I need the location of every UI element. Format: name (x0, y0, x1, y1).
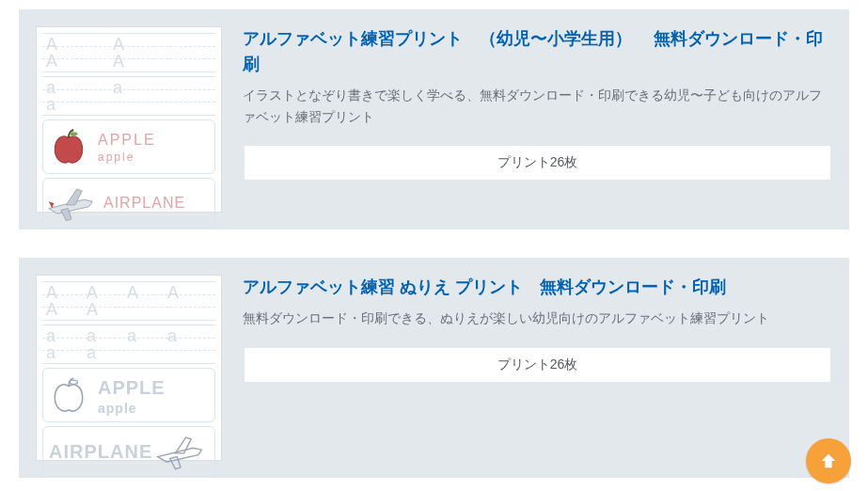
word-upper: AIRPLANE (49, 441, 152, 463)
result-title-link[interactable]: アルファベット練習 ぬりえ プリント 無料ダウンロード・印刷 (243, 275, 832, 300)
worksheet-thumbnail[interactable]: A A A A a a a APPLE apple (36, 26, 222, 213)
results-list: A A A A a a a APPLE apple (0, 0, 868, 478)
result-card: A A A A a a a APPLE apple (19, 9, 849, 230)
word-lower: apple (98, 150, 156, 164)
result-description: イラストとなぞり書きで楽しく学べる、無料ダウンロード・印刷できる幼児〜子ども向け… (243, 85, 832, 127)
result-content: アルファベット練習 ぬりえ プリント 無料ダウンロード・印刷 無料ダウンロード・… (243, 275, 832, 461)
word-lower: apple (98, 401, 166, 416)
trace-line-upper: A A A A A A (42, 281, 215, 321)
airplane-outline-icon (154, 431, 207, 472)
result-description: 無料ダウンロード・印刷できる、ぬりえが楽しい幼児向けのアルファベット練習プリント (243, 308, 832, 328)
word-upper: AIRPLANE (103, 195, 185, 212)
apple-outline-icon (49, 376, 88, 416)
trace-letters: a a a (46, 79, 215, 113)
word-upper: APPLE (98, 377, 166, 399)
svg-point-1 (70, 380, 77, 384)
print-count-badge: プリント26枚 (245, 146, 830, 180)
svg-point-0 (70, 132, 77, 135)
trace-line-lower: a a a (42, 76, 215, 116)
trace-line-lower: a a a a a a (42, 325, 215, 364)
apple-icon (49, 128, 88, 167)
airplane-icon (45, 182, 98, 224)
trace-letters: A A A A A A (46, 284, 215, 318)
illustration-apple-box: APPLE apple (42, 368, 215, 422)
result-content: アルファベット練習プリント （幼児〜小学生用） 無料ダウンロード・印刷 イラスト… (243, 26, 832, 213)
word-upper: APPLE (98, 132, 156, 149)
trace-letters: a a a a a a (46, 327, 215, 361)
illustration-apple-box: APPLE apple (42, 119, 215, 174)
print-count-badge: プリント26枚 (245, 348, 830, 382)
trace-line-upper: A A A A (42, 33, 215, 72)
scroll-to-top-button[interactable] (806, 438, 851, 483)
arrow-up-icon (818, 451, 839, 471)
result-title-link[interactable]: アルファベット練習プリント （幼児〜小学生用） 無料ダウンロード・印刷 (243, 26, 832, 77)
result-card: A A A A A A a a a a a a APPLE apple AIRP… (19, 258, 849, 478)
illustration-airplane-box: AIRPLANE (42, 426, 215, 477)
worksheet-thumbnail[interactable]: A A A A A A a a a a a a APPLE apple AIRP… (36, 275, 222, 461)
trace-letters: A A A A (46, 36, 215, 70)
illustration-airplane-box: AIRPLANE (42, 178, 215, 229)
